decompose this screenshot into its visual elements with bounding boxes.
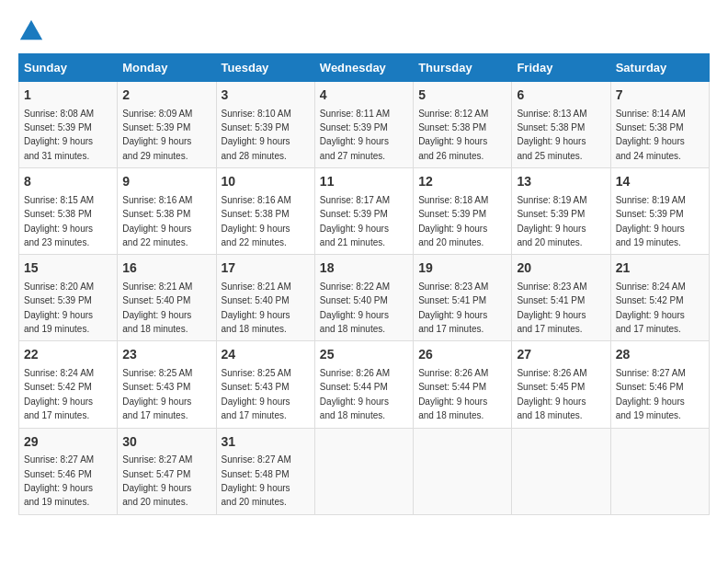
calendar-cell: 20Sunrise: 8:23 AM Sunset: 5:41 PM Dayli… [512, 255, 610, 341]
day-info: Sunrise: 8:22 AM Sunset: 5:40 PM Dayligh… [320, 282, 390, 334]
day-number: 3 [222, 86, 310, 105]
calendar-table: SundayMondayTuesdayWednesdayThursdayFrid… [18, 53, 710, 515]
day-info: Sunrise: 8:27 AM Sunset: 5:48 PM Dayligh… [222, 454, 291, 507]
day-info: Sunrise: 8:24 AM Sunset: 5:42 PM Dayligh… [24, 368, 94, 420]
calendar-cell [610, 428, 709, 514]
calendar-cell: 13Sunrise: 8:19 AM Sunset: 5:39 PM Dayli… [512, 168, 610, 255]
day-number: 10 [222, 173, 310, 191]
calendar-cell: 25Sunrise: 8:26 AM Sunset: 5:44 PM Dayli… [314, 341, 413, 428]
calendar-cell [414, 428, 512, 514]
day-number: 1 [24, 86, 112, 105]
day-info: Sunrise: 8:25 AM Sunset: 5:43 PM Dayligh… [222, 368, 291, 420]
day-info: Sunrise: 8:09 AM Sunset: 5:39 PM Dayligh… [122, 109, 192, 161]
day-number: 22 [24, 346, 112, 364]
calendar-cell: 8Sunrise: 8:15 AM Sunset: 5:38 PM Daylig… [19, 168, 118, 255]
day-number: 9 [122, 173, 210, 191]
day-info: Sunrise: 8:27 AM Sunset: 5:46 PM Dayligh… [24, 454, 94, 507]
day-header-monday: Monday [118, 54, 216, 82]
day-info: Sunrise: 8:15 AM Sunset: 5:38 PM Dayligh… [24, 195, 94, 247]
day-info: Sunrise: 8:08 AM Sunset: 5:39 PM Dayligh… [24, 109, 94, 161]
calendar-cell: 24Sunrise: 8:25 AM Sunset: 5:43 PM Dayli… [216, 341, 314, 428]
calendar-cell: 6Sunrise: 8:13 AM Sunset: 5:38 PM Daylig… [512, 82, 610, 168]
day-info: Sunrise: 8:26 AM Sunset: 5:44 PM Dayligh… [418, 368, 488, 420]
header-row: SundayMondayTuesdayWednesdayThursdayFrid… [19, 54, 710, 82]
calendar-cell: 3Sunrise: 8:10 AM Sunset: 5:39 PM Daylig… [216, 82, 314, 168]
day-number: 7 [616, 86, 704, 105]
calendar-week-2: 8Sunrise: 8:15 AM Sunset: 5:38 PM Daylig… [19, 168, 710, 255]
day-number: 14 [616, 173, 704, 191]
day-info: Sunrise: 8:25 AM Sunset: 5:43 PM Dayligh… [122, 368, 192, 420]
calendar-cell: 22Sunrise: 8:24 AM Sunset: 5:42 PM Dayli… [19, 341, 118, 428]
day-number: 18 [320, 259, 408, 278]
day-info: Sunrise: 8:10 AM Sunset: 5:39 PM Dayligh… [222, 109, 291, 161]
calendar-cell: 26Sunrise: 8:26 AM Sunset: 5:44 PM Dayli… [414, 341, 512, 428]
day-number: 19 [418, 259, 506, 278]
day-number: 5 [418, 86, 506, 105]
calendar-cell: 30Sunrise: 8:27 AM Sunset: 5:47 PM Dayli… [118, 428, 216, 514]
day-info: Sunrise: 8:19 AM Sunset: 5:39 PM Dayligh… [616, 195, 686, 247]
day-number: 23 [122, 346, 210, 364]
day-number: 13 [517, 173, 605, 191]
day-info: Sunrise: 8:23 AM Sunset: 5:41 PM Dayligh… [418, 282, 488, 334]
calendar-cell: 10Sunrise: 8:16 AM Sunset: 5:38 PM Dayli… [216, 168, 314, 255]
day-number: 16 [122, 259, 210, 278]
calendar-cell: 1Sunrise: 8:08 AM Sunset: 5:39 PM Daylig… [19, 82, 118, 168]
calendar-cell: 21Sunrise: 8:24 AM Sunset: 5:42 PM Dayli… [610, 255, 709, 341]
calendar-cell: 15Sunrise: 8:20 AM Sunset: 5:39 PM Dayli… [19, 255, 118, 341]
day-info: Sunrise: 8:13 AM Sunset: 5:38 PM Dayligh… [517, 109, 586, 161]
day-info: Sunrise: 8:16 AM Sunset: 5:38 PM Dayligh… [222, 195, 291, 247]
day-header-tuesday: Tuesday [216, 54, 314, 82]
day-number: 4 [320, 86, 408, 105]
calendar-cell: 23Sunrise: 8:25 AM Sunset: 5:43 PM Dayli… [118, 341, 216, 428]
day-number: 31 [222, 433, 310, 452]
day-info: Sunrise: 8:11 AM Sunset: 5:39 PM Dayligh… [320, 109, 390, 161]
day-number: 6 [517, 86, 605, 105]
day-number: 12 [418, 173, 506, 191]
logo [18, 18, 48, 44]
logo-icon [18, 18, 44, 44]
calendar-cell: 12Sunrise: 8:18 AM Sunset: 5:39 PM Dayli… [414, 168, 512, 255]
calendar-cell: 11Sunrise: 8:17 AM Sunset: 5:39 PM Dayli… [314, 168, 413, 255]
day-info: Sunrise: 8:20 AM Sunset: 5:39 PM Dayligh… [24, 282, 94, 334]
calendar-cell: 18Sunrise: 8:22 AM Sunset: 5:40 PM Dayli… [314, 255, 413, 341]
day-number: 28 [616, 346, 704, 364]
calendar-cell: 9Sunrise: 8:16 AM Sunset: 5:38 PM Daylig… [118, 168, 216, 255]
page-header [18, 18, 710, 44]
day-info: Sunrise: 8:14 AM Sunset: 5:38 PM Dayligh… [616, 109, 686, 161]
day-info: Sunrise: 8:27 AM Sunset: 5:47 PM Dayligh… [122, 454, 192, 507]
day-info: Sunrise: 8:26 AM Sunset: 5:44 PM Dayligh… [320, 368, 390, 420]
calendar-cell: 17Sunrise: 8:21 AM Sunset: 5:40 PM Dayli… [216, 255, 314, 341]
day-header-sunday: Sunday [19, 54, 118, 82]
day-info: Sunrise: 8:19 AM Sunset: 5:39 PM Dayligh… [517, 195, 586, 247]
day-number: 15 [24, 259, 112, 278]
day-number: 11 [320, 173, 408, 191]
day-info: Sunrise: 8:12 AM Sunset: 5:38 PM Dayligh… [418, 109, 488, 161]
calendar-week-1: 1Sunrise: 8:08 AM Sunset: 5:39 PM Daylig… [19, 82, 710, 168]
day-number: 29 [24, 433, 112, 452]
calendar-cell: 16Sunrise: 8:21 AM Sunset: 5:40 PM Dayli… [118, 255, 216, 341]
day-info: Sunrise: 8:18 AM Sunset: 5:39 PM Dayligh… [418, 195, 488, 247]
day-header-thursday: Thursday [414, 54, 512, 82]
calendar-cell: 19Sunrise: 8:23 AM Sunset: 5:41 PM Dayli… [414, 255, 512, 341]
day-number: 27 [517, 346, 605, 364]
day-number: 30 [122, 433, 210, 452]
calendar-week-3: 15Sunrise: 8:20 AM Sunset: 5:39 PM Dayli… [19, 255, 710, 341]
calendar-cell: 31Sunrise: 8:27 AM Sunset: 5:48 PM Dayli… [216, 428, 314, 514]
day-info: Sunrise: 8:21 AM Sunset: 5:40 PM Dayligh… [122, 282, 192, 334]
calendar-cell [512, 428, 610, 514]
day-number: 24 [222, 346, 310, 364]
calendar-cell: 14Sunrise: 8:19 AM Sunset: 5:39 PM Dayli… [610, 168, 709, 255]
day-info: Sunrise: 8:23 AM Sunset: 5:41 PM Dayligh… [517, 282, 586, 334]
calendar-cell: 2Sunrise: 8:09 AM Sunset: 5:39 PM Daylig… [118, 82, 216, 168]
day-info: Sunrise: 8:27 AM Sunset: 5:46 PM Dayligh… [616, 368, 686, 420]
day-info: Sunrise: 8:26 AM Sunset: 5:45 PM Dayligh… [517, 368, 586, 420]
day-number: 17 [222, 259, 310, 278]
day-info: Sunrise: 8:17 AM Sunset: 5:39 PM Dayligh… [320, 195, 390, 247]
svg-marker-0 [20, 20, 42, 40]
calendar-cell: 28Sunrise: 8:27 AM Sunset: 5:46 PM Dayli… [610, 341, 709, 428]
calendar-cell: 4Sunrise: 8:11 AM Sunset: 5:39 PM Daylig… [314, 82, 413, 168]
day-header-wednesday: Wednesday [314, 54, 413, 82]
day-info: Sunrise: 8:24 AM Sunset: 5:42 PM Dayligh… [616, 282, 686, 334]
calendar-cell [314, 428, 413, 514]
day-number: 8 [24, 173, 112, 191]
